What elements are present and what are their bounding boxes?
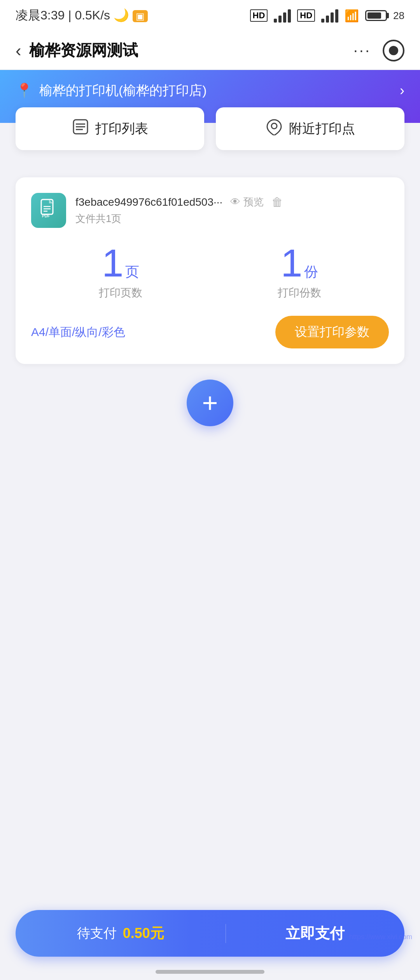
print-copies-unit: 份: [304, 264, 318, 280]
printer-location-row[interactable]: 📍 榆桦的打印机(榆桦的打印店) ›: [16, 82, 404, 100]
file-name: f3ebace949976c61f01ed503···: [75, 196, 222, 208]
tab-print-list[interactable]: 打印列表: [16, 107, 204, 150]
status-time: 凌晨3:39 | 0.5K/s 🌙 ▣: [16, 7, 148, 24]
record-button[interactable]: [383, 40, 404, 61]
page-title: 榆桦资源网测试: [29, 40, 354, 61]
add-file-section: +: [16, 380, 404, 426]
preview-button[interactable]: 👁 预览: [230, 195, 264, 209]
stat-copies: 1 份 打印份数: [278, 243, 321, 300]
watermark: https://www.xivi.com: [349, 933, 412, 941]
print-pages-unit: 页: [125, 264, 139, 280]
preview-label: 预览: [243, 195, 264, 209]
signal-icon-2: [321, 9, 338, 23]
file-pages-info: 文件共1页: [75, 212, 389, 226]
file-header: PDF f3ebace949976c61f01ed503··· 👁 预览 🗑 文…: [31, 193, 389, 228]
print-params-text: A4/单面/纵向/彩色: [31, 324, 125, 340]
main-content: PDF f3ebace949976c61f01ed503··· 👁 预览 🗑 文…: [0, 162, 420, 504]
chevron-right-icon: ›: [400, 82, 404, 99]
settings-btn-label: 设置打印参数: [295, 325, 369, 339]
tab-buttons: 打印列表 附近打印点: [16, 107, 404, 150]
pending-payment-section: 待支付 0.50元: [16, 924, 226, 943]
more-button[interactable]: ···: [354, 42, 371, 59]
plus-icon: +: [202, 389, 218, 416]
print-pages-number: 1: [102, 241, 124, 285]
battery-level: 28: [393, 10, 404, 22]
back-button[interactable]: ‹: [16, 41, 21, 60]
file-icon: PDF: [31, 193, 66, 228]
svg-text:PDF: PDF: [42, 214, 50, 218]
print-pages-label: 打印页数: [99, 285, 142, 300]
signal-icon: [274, 9, 291, 23]
print-stats: 1 页 打印页数 1 份 打印份数: [31, 243, 389, 300]
print-settings-row: A4/单面/纵向/彩色 设置打印参数: [31, 316, 389, 348]
bottom-payment-bar: 待支付 0.50元 立即支付: [16, 910, 404, 957]
delete-icon[interactable]: 🗑: [271, 196, 283, 209]
nearby-print-icon: [266, 118, 283, 139]
battery-icon: [365, 10, 387, 21]
printer-name: 榆桦的打印机(榆桦的打印店): [39, 82, 207, 100]
tab-print-list-label: 打印列表: [95, 120, 148, 138]
nav-bar: ‹ 榆桦资源网测试 ···: [0, 31, 420, 70]
print-list-icon: [72, 118, 89, 139]
svg-point-4: [271, 123, 277, 129]
eye-icon: 👁: [230, 196, 240, 208]
add-file-button[interactable]: +: [187, 380, 233, 426]
tab-nearby-print[interactable]: 附近打印点: [216, 107, 404, 150]
pay-label: 立即支付: [285, 924, 345, 943]
home-indicator: [156, 970, 264, 974]
pending-label: 待支付: [77, 924, 117, 942]
print-copies-number: 1: [281, 241, 303, 285]
tab-nearby-print-label: 附近打印点: [289, 120, 355, 138]
pending-amount: 0.50元: [123, 924, 164, 943]
status-bar: 凌晨3:39 | 0.5K/s 🌙 ▣ HD HD 📶 28: [0, 0, 420, 31]
location-pin-icon: 📍: [16, 82, 33, 99]
file-card: PDF f3ebace949976c61f01ed503··· 👁 预览 🗑 文…: [16, 177, 404, 364]
settings-button[interactable]: 设置打印参数: [275, 316, 389, 348]
stat-pages: 1 页 打印页数: [99, 243, 142, 300]
wifi-icon: 📶: [345, 9, 359, 23]
status-icons: HD HD 📶 28: [250, 9, 404, 23]
print-copies-label: 打印份数: [278, 285, 321, 300]
